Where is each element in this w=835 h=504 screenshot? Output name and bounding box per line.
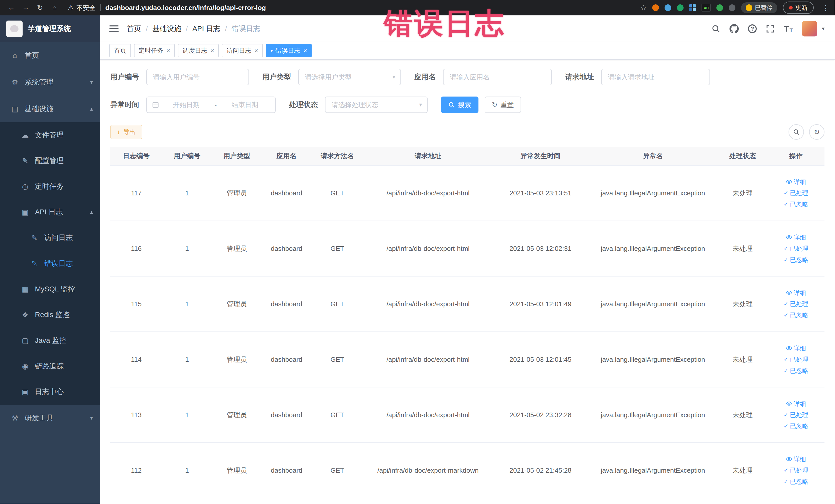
- sidebar-toggle-icon[interactable]: [109, 25, 119, 32]
- mark-ignored-link[interactable]: ✓已忽略: [784, 477, 808, 486]
- browser-forward-button[interactable]: →: [20, 2, 32, 13]
- sidebar-item-java-monitor[interactable]: ▢ Java 监控: [0, 328, 100, 353]
- browser-menu-icon[interactable]: ⋮: [822, 3, 830, 12]
- browser-back-button[interactable]: ←: [5, 2, 18, 13]
- breadcrumb-item[interactable]: 首页: [127, 24, 141, 34]
- chevron-down-icon: ▾: [90, 79, 93, 85]
- sidebar-item-label: 链路追踪: [35, 361, 64, 371]
- tab-schedule-log[interactable]: 调度日志 ×: [178, 44, 219, 57]
- breadcrumb-item[interactable]: 基础设施: [152, 24, 181, 34]
- refresh-table-button[interactable]: ↻: [809, 124, 824, 140]
- sidebar-item-mysql-monitor[interactable]: ▦ MySQL 监控: [0, 276, 100, 302]
- cell-method: GET: [311, 221, 363, 276]
- tab-error-log[interactable]: ● 错误日志 ×: [266, 44, 312, 57]
- tab-home[interactable]: 首页: [109, 44, 131, 57]
- mark-processed-link[interactable]: ✓已处理: [784, 466, 808, 475]
- mark-ignored-link[interactable]: ✓已忽略: [784, 366, 808, 375]
- date-range-picker[interactable]: 开始日期 - 结束日期: [146, 97, 276, 113]
- toggle-search-button[interactable]: [789, 124, 804, 140]
- breadcrumb-item[interactable]: API 日志: [192, 24, 221, 34]
- update-button-label: 更新: [795, 4, 808, 12]
- security-indicator[interactable]: ⚠ 不安全: [68, 4, 96, 12]
- detail-link[interactable]: 详细: [786, 400, 806, 408]
- cell-log-id: 116: [110, 221, 162, 276]
- note-icon: ▣: [21, 388, 30, 396]
- close-icon[interactable]: ×: [254, 47, 258, 54]
- extension-icon-3[interactable]: [677, 4, 684, 11]
- help-icon[interactable]: ?: [748, 24, 757, 33]
- search-button[interactable]: 搜索: [441, 97, 478, 113]
- detail-link[interactable]: 详细: [786, 344, 806, 353]
- detail-link[interactable]: 详细: [786, 178, 806, 186]
- extension-icon-6[interactable]: [729, 4, 735, 11]
- mark-processed-link[interactable]: ✓已处理: [784, 355, 808, 364]
- detail-link[interactable]: 详细: [786, 233, 806, 242]
- user-type-select[interactable]: 请选择用户类型 ▾: [298, 69, 401, 85]
- extension-icon-1[interactable]: [652, 4, 659, 11]
- sidebar-item-label: 首页: [25, 51, 39, 60]
- close-icon[interactable]: ×: [303, 47, 307, 54]
- detail-link[interactable]: 详细: [786, 288, 806, 297]
- check-icon: ✓: [784, 246, 788, 251]
- tab-scheduled-jobs[interactable]: 定时任务 ×: [134, 44, 175, 57]
- process-status-select[interactable]: 请选择处理状态 ▾: [325, 97, 428, 113]
- extension-icon-5[interactable]: [716, 4, 723, 11]
- table-row: 112 1 管理员 dashboard GET /api/infra/db-do…: [110, 443, 824, 498]
- browser-reload-button[interactable]: ↻: [34, 2, 46, 13]
- mark-ignored-link[interactable]: ✓已忽略: [784, 311, 808, 320]
- sidebar-item-scheduled-jobs[interactable]: ◷ 定时任务: [0, 174, 100, 199]
- mark-processed-link[interactable]: ✓已处理: [784, 300, 808, 308]
- sidebar-item-trace[interactable]: ◉ 链路追踪: [0, 353, 100, 379]
- edit-icon: ✎: [30, 234, 39, 242]
- sidebar-item-log-center[interactable]: ▣ 日志中心: [0, 379, 100, 405]
- address-bar[interactable]: ⚠ 不安全 dashboard.yudao.iocoder.cn/infra/l…: [68, 4, 638, 12]
- sidebar-item-redis-monitor[interactable]: ❖ Redis 监控: [0, 302, 100, 328]
- user-avatar-menu[interactable]: ▼: [802, 21, 826, 37]
- app-logo[interactable]: 芋道管理系统: [0, 15, 100, 42]
- column-header-request-url: 请求地址: [363, 147, 493, 165]
- mark-processed-link[interactable]: ✓已处理: [784, 189, 808, 198]
- close-icon[interactable]: ×: [166, 47, 170, 54]
- sidebar-item-file-management[interactable]: ☁ 文件管理: [0, 122, 100, 148]
- cell-log-id: 115: [110, 276, 162, 332]
- cell-request-url: /api/infra/db-doc/export-html: [363, 332, 493, 387]
- fullscreen-icon[interactable]: [766, 24, 775, 33]
- reset-button[interactable]: ↻ 重置: [485, 97, 521, 113]
- export-button[interactable]: ↓ 导出: [110, 125, 142, 139]
- mark-ignored-link[interactable]: ✓已忽略: [784, 200, 808, 209]
- check-icon: ✓: [784, 368, 788, 374]
- note-icon: ▣: [21, 208, 30, 217]
- browser-home-button[interactable]: ⌂: [48, 2, 61, 13]
- search-icon[interactable]: [712, 24, 720, 33]
- cell-actions: 详细 ✓已处理 ✓已忽略: [768, 443, 824, 498]
- tab-access-log[interactable]: 访问日志 ×: [222, 44, 263, 57]
- mark-ignored-link[interactable]: ✓已忽略: [784, 256, 808, 264]
- sidebar-item-infrastructure[interactable]: ▤ 基础设施 ▴: [0, 96, 100, 122]
- github-icon[interactable]: [730, 24, 739, 33]
- database-icon: ▦: [21, 285, 30, 294]
- sidebar-item-system-management[interactable]: ⚙ 系统管理 ▾: [0, 69, 100, 96]
- extension-icon-4[interactable]: [689, 4, 696, 11]
- sidebar-item-error-log[interactable]: ✎ 错误日志: [0, 250, 100, 276]
- paused-badge[interactable]: 已暂停: [741, 2, 777, 13]
- app-name-input[interactable]: [443, 69, 552, 85]
- sidebar-item-access-log[interactable]: ✎ 访问日志: [0, 225, 100, 250]
- font-size-icon[interactable]: TT: [784, 25, 793, 33]
- sidebar-item-dev-tools[interactable]: ⚒ 研发工具 ▾: [0, 405, 100, 431]
- table-row: 116 1 管理员 dashboard GET /api/infra/db-do…: [110, 221, 824, 276]
- bookmark-star-icon[interactable]: ☆: [640, 4, 647, 12]
- extension-icon-on-badge[interactable]: on: [701, 4, 711, 12]
- user-id-input[interactable]: [146, 69, 249, 85]
- search-button-label: 搜索: [458, 100, 471, 109]
- sidebar-item-config-management[interactable]: ✎ 配置管理: [0, 148, 100, 174]
- mark-processed-link[interactable]: ✓已处理: [784, 244, 808, 253]
- browser-update-button[interactable]: 更新: [783, 2, 814, 14]
- sidebar-item-api-logs[interactable]: ▣ API 日志 ▴: [0, 199, 100, 225]
- close-icon[interactable]: ×: [210, 47, 214, 54]
- mark-processed-link[interactable]: ✓已处理: [784, 410, 808, 419]
- mark-ignored-link[interactable]: ✓已忽略: [784, 422, 808, 430]
- detail-link[interactable]: 详细: [786, 455, 806, 464]
- sidebar-item-home[interactable]: ⌂ 首页: [0, 42, 100, 69]
- request-url-input[interactable]: [601, 69, 710, 85]
- extension-icon-2[interactable]: [665, 4, 671, 11]
